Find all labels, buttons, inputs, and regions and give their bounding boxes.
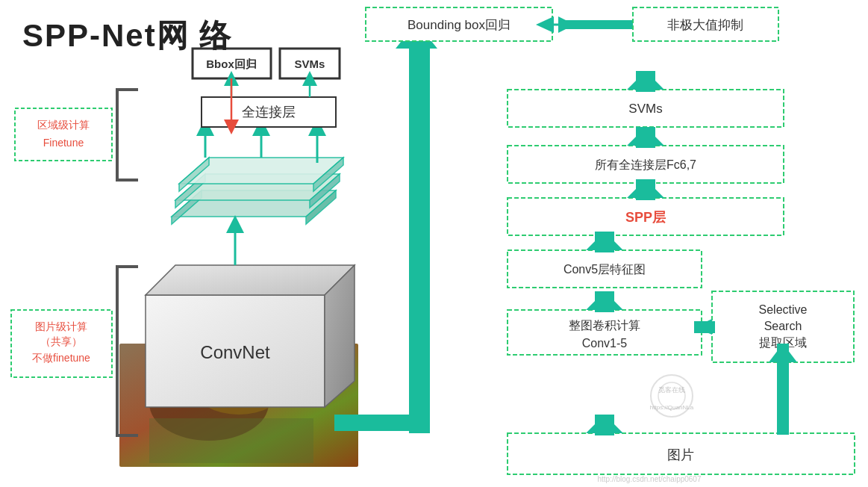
svg-marker-56 (627, 179, 664, 198)
svg-rect-57 (636, 179, 655, 200)
svg-text:ConvNet: ConvNet (200, 342, 270, 362)
svg-rect-58 (508, 250, 702, 288)
svg-rect-3 (149, 418, 313, 463)
svg-marker-13 (310, 174, 340, 208)
svg-rect-86 (15, 108, 112, 161)
svg-text:区域级计算: 区域级计算 (37, 119, 90, 131)
svg-rect-80 (116, 88, 119, 182)
svg-marker-65 (586, 291, 623, 310)
svg-marker-8 (172, 190, 336, 217)
svg-rect-78 (777, 344, 789, 365)
svg-point-94 (658, 382, 685, 409)
svg-rect-38 (366, 7, 552, 41)
svg-text:觅客在线: 觅客在线 (658, 386, 685, 394)
svg-text:全连接层: 全连接层 (242, 105, 296, 120)
svg-marker-48 (627, 71, 664, 90)
svg-rect-46 (508, 90, 784, 127)
svg-text:https://QuanNLa: https://QuanNLa (650, 404, 694, 411)
svg-rect-24 (202, 97, 336, 127)
svg-marker-60 (586, 232, 623, 250)
svg-rect-84 (116, 265, 138, 268)
svg-point-1 (149, 366, 269, 441)
svg-marker-16 (313, 158, 343, 191)
svg-marker-5 (146, 265, 355, 295)
svg-rect-67 (712, 291, 854, 362)
svg-marker-71 (694, 319, 712, 335)
svg-marker-75 (586, 415, 623, 433)
svg-rect-0 (119, 344, 358, 467)
svg-rect-54 (508, 198, 784, 235)
svg-marker-43 (536, 16, 554, 33)
svg-rect-76 (595, 415, 614, 435)
svg-text:Bounding box回归: Bounding box回归 (408, 18, 511, 32)
svg-rect-49 (636, 71, 655, 92)
svg-point-93 (651, 375, 693, 417)
svg-marker-11 (175, 174, 340, 200)
svg-text:图片级计算: 图片级计算 (35, 320, 87, 332)
svg-rect-44 (633, 7, 778, 41)
svg-rect-53 (636, 127, 655, 148)
svg-text:提取区域: 提取区域 (759, 336, 807, 349)
svg-text:非极大值抑制: 非极大值抑制 (667, 18, 743, 32)
svg-rect-33 (409, 45, 430, 433)
svg-text:SPP层: SPP层 (625, 210, 666, 225)
svg-text:整图卷积计算: 整图卷积计算 (569, 319, 640, 332)
svg-rect-62 (508, 310, 702, 355)
svg-text:不做finetune: 不做finetune (32, 352, 90, 364)
svg-rect-28 (280, 49, 340, 78)
svg-text:图片: 图片 (667, 447, 694, 462)
svg-text:SVMs: SVMs (295, 58, 325, 70)
svg-rect-66 (595, 291, 614, 312)
svg-marker-9 (172, 190, 202, 224)
svg-marker-35 (399, 26, 419, 45)
svg-point-2 (194, 362, 284, 415)
svg-marker-34 (399, 26, 430, 45)
svg-rect-81 (116, 88, 138, 91)
svg-text:Selective: Selective (759, 303, 808, 316)
svg-rect-82 (116, 179, 138, 182)
svg-marker-41 (558, 16, 575, 33)
svg-text:所有全连接层Fc6,7: 所有全连接层Fc6,7 (595, 158, 696, 171)
svg-marker-52 (627, 127, 664, 146)
svg-text:Bbox回归: Bbox回归 (206, 58, 257, 70)
svg-rect-42 (558, 20, 633, 29)
svg-marker-36 (396, 22, 437, 49)
svg-text:Conv1-5: Conv1-5 (582, 337, 628, 350)
svg-marker-77 (769, 344, 797, 362)
page-title: SPP-Net网 络 (22, 15, 232, 57)
svg-marker-6 (325, 265, 355, 407)
svg-marker-15 (179, 158, 209, 191)
svg-text:Conv5层特征图: Conv5层特征图 (563, 263, 646, 276)
svg-text:SVMs: SVMs (628, 102, 662, 116)
svg-marker-14 (179, 158, 343, 184)
svg-rect-61 (595, 232, 614, 252)
svg-rect-50 (508, 146, 784, 183)
svg-marker-12 (175, 174, 205, 208)
svg-text:（共享）: （共享） (40, 335, 82, 347)
svg-text:Finetune: Finetune (43, 137, 84, 149)
svg-rect-89 (11, 310, 112, 377)
svg-marker-10 (306, 190, 336, 224)
svg-rect-73 (508, 433, 855, 474)
svg-marker-4 (146, 295, 325, 407)
svg-text:Search: Search (764, 320, 802, 332)
svg-rect-79 (777, 362, 789, 435)
svg-rect-83 (116, 265, 119, 437)
svg-rect-72 (694, 321, 715, 333)
svg-text:http://blog.csdn.net/chaipp060: http://blog.csdn.net/chaipp0607 (598, 475, 702, 483)
svg-rect-85 (116, 434, 138, 437)
svg-rect-37 (334, 415, 420, 431)
